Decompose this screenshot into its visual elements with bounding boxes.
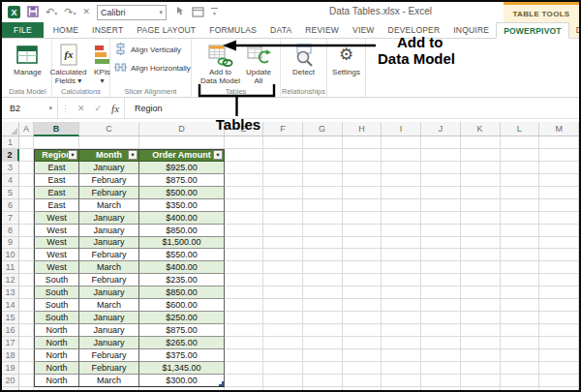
cell-M9[interactable] (539, 237, 579, 250)
row-header-5[interactable]: 5 (2, 187, 19, 199)
cell-F11[interactable] (263, 261, 303, 274)
cell-D21[interactable] (139, 387, 225, 390)
row-header-15[interactable]: 15 (2, 312, 19, 324)
cell-H14[interactable] (343, 299, 382, 312)
cell-C15[interactable]: January (79, 312, 139, 324)
cell-D3[interactable]: $925.00 (139, 162, 225, 174)
cell-M16[interactable] (539, 324, 579, 337)
column-header-I[interactable]: I (382, 122, 421, 136)
cell-E6[interactable] (225, 199, 263, 212)
settings-button[interactable]: ⚙Settings (330, 41, 362, 77)
cell-G8[interactable] (303, 225, 343, 237)
table-resize-handle[interactable] (219, 381, 224, 386)
cell-H19[interactable] (343, 362, 382, 375)
cell-C6[interactable]: March (79, 199, 139, 212)
cell-A1[interactable] (19, 136, 34, 149)
cell-K8[interactable] (461, 225, 501, 237)
cell-J20[interactable] (421, 375, 461, 387)
cell-G10[interactable] (303, 249, 343, 261)
cell-J10[interactable] (421, 249, 461, 261)
cell-F16[interactable] (263, 324, 303, 337)
cell-A5[interactable] (19, 187, 34, 199)
cell-F19[interactable] (263, 362, 303, 375)
column-header-H[interactable]: H (343, 122, 382, 136)
cell-D16[interactable]: $875.00 (139, 324, 225, 337)
cell-K9[interactable] (461, 237, 501, 250)
save-icon[interactable] (27, 4, 39, 21)
cell-M20[interactable] (539, 375, 579, 387)
cell-C1[interactable] (79, 136, 139, 149)
cell-L11[interactable] (501, 261, 540, 274)
cell-A7[interactable] (19, 212, 34, 225)
cell-M21[interactable] (539, 387, 579, 390)
cell-C18[interactable]: February (79, 349, 139, 362)
cell-F18[interactable] (263, 349, 303, 362)
cell-F14[interactable] (263, 299, 303, 312)
cell-A6[interactable] (19, 199, 34, 212)
cell-D9[interactable]: $1,500.00 (139, 237, 225, 250)
cell-G19[interactable] (303, 362, 343, 375)
cell-M17[interactable] (539, 337, 579, 349)
cell-A11[interactable] (19, 261, 34, 274)
cell-A10[interactable] (19, 249, 34, 261)
cell-D15[interactable]: $250.00 (139, 312, 225, 324)
cell-F5[interactable] (263, 187, 303, 199)
cell-F6[interactable] (263, 199, 303, 212)
cell-I17[interactable] (382, 337, 421, 349)
cell-M19[interactable] (539, 362, 579, 375)
row-header-11[interactable]: 11 (2, 261, 19, 274)
cell-I14[interactable] (382, 299, 421, 312)
cell-F13[interactable] (263, 286, 303, 299)
cell-M2[interactable] (539, 149, 579, 162)
row-header-18[interactable]: 18 (2, 349, 19, 362)
cell-L18[interactable] (501, 349, 540, 362)
cell-A17[interactable] (19, 337, 34, 349)
touch-mode-icon[interactable] (173, 4, 185, 21)
tab-inquire[interactable]: INQUIRE (446, 22, 496, 38)
cell-A20[interactable] (19, 375, 34, 387)
redo-icon[interactable]: ↷▾ (64, 7, 76, 17)
cell-H4[interactable] (343, 174, 382, 187)
tab-view[interactable]: VIEW (346, 22, 382, 38)
cell-M3[interactable] (539, 162, 579, 174)
filter-button-order-amount[interactable]: ▼ (213, 150, 223, 160)
cell-G3[interactable] (303, 162, 343, 174)
cell-A16[interactable] (19, 324, 34, 337)
cell-I6[interactable] (382, 199, 421, 212)
cell-K16[interactable] (461, 324, 501, 337)
tab-home[interactable]: HOME (46, 22, 85, 38)
cell-E12[interactable] (225, 274, 263, 286)
cell-E21[interactable] (225, 387, 263, 390)
cell-A9[interactable] (19, 237, 34, 250)
cell-G14[interactable] (303, 299, 343, 312)
cell-K20[interactable] (461, 375, 501, 387)
cell-K17[interactable] (461, 337, 501, 349)
cell-E2[interactable] (225, 149, 263, 162)
cell-L9[interactable] (501, 237, 540, 250)
cell-J7[interactable] (421, 212, 461, 225)
cell-J2[interactable] (421, 149, 461, 162)
cell-E16[interactable] (225, 324, 263, 337)
cell-L12[interactable] (501, 274, 540, 286)
row-header-7[interactable]: 7 (2, 212, 19, 225)
tab-insert[interactable]: INSERT (85, 22, 130, 38)
cell-A4[interactable] (19, 174, 34, 187)
cell-G1[interactable] (303, 136, 343, 149)
column-header-K[interactable]: K (461, 122, 501, 136)
cell-F7[interactable] (263, 212, 303, 225)
cell-H8[interactable] (343, 225, 382, 237)
cell-C14[interactable]: March (79, 299, 139, 312)
cell-K15[interactable] (461, 312, 501, 324)
cell-L19[interactable] (501, 362, 540, 375)
cell-K12[interactable] (461, 274, 501, 286)
cell-D17[interactable]: $265.00 (139, 337, 225, 349)
cell-J19[interactable] (421, 362, 461, 375)
cell-F12[interactable] (263, 274, 303, 286)
cell-G2[interactable] (303, 149, 343, 162)
cell-C5[interactable]: February (79, 187, 139, 199)
cell-G12[interactable] (303, 274, 343, 286)
tab-review[interactable]: REVIEW (298, 22, 346, 38)
column-header-A[interactable]: A (19, 122, 34, 136)
cell-M18[interactable] (539, 349, 579, 362)
cell-I12[interactable] (382, 274, 421, 286)
